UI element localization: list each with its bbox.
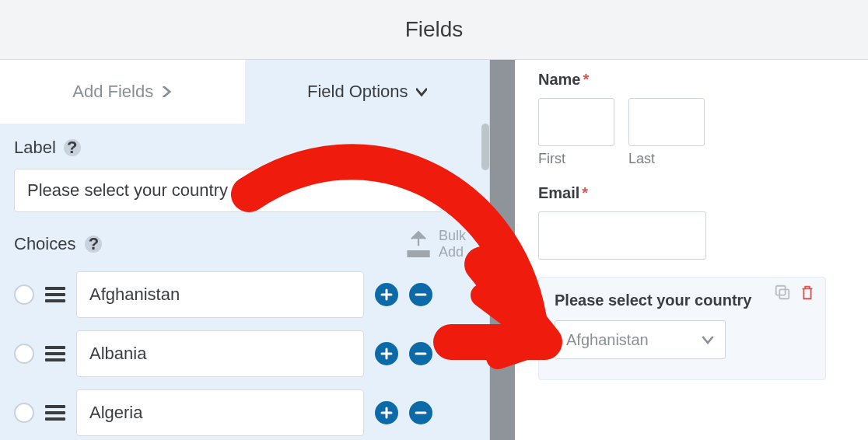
drag-handle-icon[interactable] — [45, 287, 65, 302]
email-label: Email* — [538, 184, 845, 202]
drag-handle-icon[interactable] — [45, 346, 65, 361]
chevron-right-icon — [161, 86, 172, 97]
last-name-input[interactable] — [628, 98, 705, 146]
choices-heading: Choices — [14, 234, 75, 254]
svg-rect-0 — [776, 286, 786, 295]
choices-header: Choices ? Bulk Add — [0, 228, 489, 265]
plus-icon — [380, 407, 393, 419]
remove-choice-button[interactable] — [409, 401, 432, 424]
name-label: Name* — [538, 71, 845, 89]
label-heading: Label — [14, 138, 56, 158]
email-label-text: Email — [538, 184, 579, 201]
bulk-add-label: Bulk Add — [439, 228, 466, 260]
remove-choice-button[interactable] — [409, 342, 432, 365]
country-field-label: Please select your country — [555, 292, 810, 309]
choice-row — [0, 324, 489, 383]
country-select[interactable]: Afghanistan — [555, 320, 726, 359]
upload-icon — [404, 230, 432, 258]
trash-icon[interactable] — [799, 284, 816, 301]
choice-input[interactable] — [76, 271, 364, 318]
chevron-down-icon — [416, 86, 427, 97]
left-panel: Add Fields Field Options Label ? Choices… — [0, 60, 490, 440]
add-choice-button[interactable] — [375, 342, 398, 365]
choice-default-radio[interactable] — [14, 344, 34, 364]
page-header: Fields — [0, 0, 868, 60]
required-asterisk: * — [583, 71, 589, 88]
svg-rect-1 — [779, 289, 789, 299]
preview-panel: Name* First Last Email* — [515, 60, 868, 440]
minus-icon — [415, 288, 427, 301]
name-field-block: Name* First Last — [538, 71, 845, 167]
plus-icon — [380, 347, 393, 360]
tab-add-fields-label: Add Fields — [72, 82, 153, 102]
choice-input[interactable] — [76, 330, 364, 377]
add-choice-button[interactable] — [375, 401, 398, 424]
label-section-header: Label ? — [0, 124, 489, 166]
email-field-block: Email* — [538, 184, 845, 260]
tab-field-options[interactable]: Field Options — [245, 60, 490, 124]
email-input[interactable] — [538, 211, 706, 260]
minus-icon — [415, 347, 427, 360]
choice-row — [0, 383, 489, 440]
chevron-down-icon — [702, 333, 714, 346]
choice-input[interactable] — [76, 389, 364, 436]
page-title: Fields — [405, 17, 464, 42]
required-asterisk: * — [582, 184, 588, 201]
drag-handle-icon[interactable] — [45, 405, 65, 421]
remove-choice-button[interactable] — [409, 283, 432, 306]
name-label-text: Name — [538, 71, 580, 88]
main-area: Add Fields Field Options Label ? Choices… — [0, 60, 868, 440]
help-icon[interactable]: ? — [85, 236, 102, 253]
add-choice-button[interactable] — [375, 283, 398, 306]
last-sublabel: Last — [628, 151, 705, 167]
choice-default-radio[interactable] — [14, 285, 34, 305]
country-selected-value: Afghanistan — [566, 331, 649, 349]
label-input[interactable] — [14, 169, 442, 212]
choice-row — [0, 265, 489, 324]
tab-bar: Add Fields Field Options — [0, 60, 489, 124]
country-field-card[interactable]: Please select your country Afghanistan — [538, 277, 826, 380]
minus-icon — [415, 407, 427, 419]
choice-default-radio[interactable] — [14, 403, 34, 423]
tab-field-options-label: Field Options — [307, 82, 408, 102]
tab-add-fields[interactable]: Add Fields — [0, 60, 245, 124]
bulk-add-button[interactable]: Bulk Add — [404, 228, 466, 260]
first-sublabel: First — [538, 151, 614, 167]
help-icon[interactable]: ? — [64, 139, 81, 156]
first-name-input[interactable] — [538, 98, 614, 146]
scrollbar-thumb[interactable] — [481, 124, 489, 170]
plus-icon — [380, 288, 393, 301]
duplicate-icon[interactable] — [774, 284, 791, 301]
panel-divider — [490, 60, 515, 440]
